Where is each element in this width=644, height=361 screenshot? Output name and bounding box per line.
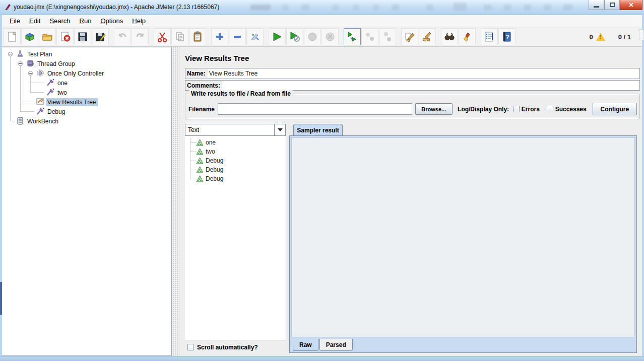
- new-button[interactable]: [4, 28, 21, 45]
- titlebar-artifact: [373, 5, 379, 10]
- paste-icon: [192, 31, 203, 42]
- result-item-label[interactable]: one: [204, 139, 216, 146]
- result-item-label[interactable]: Debug: [204, 175, 223, 182]
- window-frame-left-artifact: [0, 282, 2, 315]
- page-title: View Results Tree: [185, 54, 249, 62]
- search-reset-button[interactable]: [459, 28, 476, 45]
- expand-all-button[interactable]: [211, 28, 228, 45]
- result-item-label[interactable]: Debug: [204, 166, 223, 173]
- start-no-timers-button[interactable]: [286, 28, 303, 45]
- success-icon: [196, 175, 204, 183]
- sampler-result-content[interactable]: [291, 137, 635, 337]
- titlebar-artifact: [353, 5, 359, 10]
- start-button[interactable]: [269, 28, 286, 45]
- remote-start-all-button[interactable]: [344, 28, 361, 45]
- menu-edit[interactable]: Edit: [25, 16, 45, 26]
- binoculars-icon: [444, 31, 455, 42]
- new-file-icon: [7, 31, 18, 42]
- tree-item-label[interactable]: Debug: [46, 108, 67, 116]
- copy-icon: [174, 31, 185, 42]
- menu-options[interactable]: Options: [96, 16, 127, 26]
- menu-file[interactable]: File: [5, 16, 25, 26]
- remote-stop-all-button: [361, 28, 378, 45]
- toggle-icon: [249, 31, 261, 42]
- jmeter-window: youdao.jmx (E:\xingnengceshi\youdao.jmx)…: [0, 0, 644, 361]
- sampler-icon: [36, 107, 44, 115]
- toggle-button[interactable]: [246, 28, 264, 45]
- clear-button[interactable]: [401, 28, 418, 45]
- minimize-button[interactable]: [589, 0, 604, 10]
- save-button[interactable]: [74, 28, 91, 45]
- titlebar-artifact: [250, 5, 271, 10]
- result-item-label[interactable]: Debug: [204, 157, 223, 164]
- tree-item-label[interactable]: Thread Group: [36, 60, 77, 68]
- error-count: 0: [589, 33, 593, 41]
- copy-button[interactable]: [171, 28, 188, 45]
- maximize-icon: [610, 3, 615, 7]
- result-item[interactable]: Debug: [196, 156, 223, 165]
- scroll-automatically-label: Scroll automatically?: [197, 344, 258, 351]
- browse-button[interactable]: Browse...: [415, 103, 453, 115]
- configure-button[interactable]: Configure: [593, 103, 637, 115]
- function-helper-button[interactable]: [481, 28, 498, 45]
- titlebar-artifact: [544, 5, 551, 10]
- search-button[interactable]: [441, 28, 458, 45]
- expand-handle-icon[interactable]: [8, 52, 13, 56]
- titlebar-artifact: [563, 5, 572, 10]
- save-as-button[interactable]: [92, 28, 109, 45]
- close-button[interactable]: ✕: [620, 0, 642, 10]
- name-input[interactable]: [208, 69, 639, 78]
- tree-item-label[interactable]: WorkBench: [26, 117, 60, 125]
- tab-sampler-result[interactable]: Sampler result: [293, 124, 343, 136]
- warning-icon[interactable]: [596, 33, 605, 41]
- write-results-group: Write results to file / Read from file F…: [185, 94, 640, 119]
- result-item[interactable]: Debug: [196, 165, 223, 174]
- titlebar-artifact: [454, 3, 467, 11]
- clear-all-button[interactable]: [419, 28, 436, 45]
- start-icon: [272, 31, 283, 42]
- result-item[interactable]: one: [196, 138, 216, 147]
- result-item[interactable]: two: [196, 147, 215, 156]
- tree-item-label[interactable]: two: [56, 89, 69, 97]
- successes-checkbox[interactable]: [547, 106, 553, 112]
- shutdown-icon: [325, 31, 336, 42]
- combo-arrow-button[interactable]: [274, 124, 285, 135]
- help-button[interactable]: ?: [498, 28, 516, 45]
- templates-button[interactable]: [21, 28, 38, 45]
- paste-button[interactable]: [189, 28, 206, 45]
- comments-input[interactable]: [222, 81, 639, 90]
- tab-raw[interactable]: Raw: [293, 339, 318, 351]
- cut-icon: [157, 31, 168, 42]
- split-pane-divider[interactable]: [172, 47, 179, 356]
- expand-handle-icon[interactable]: [18, 61, 23, 66]
- workbench-icon: [16, 117, 24, 125]
- status-counters: 0 0 / 1: [589, 33, 642, 41]
- tree-item-label[interactable]: Once Only Controller: [46, 69, 105, 78]
- close-file-icon: [59, 31, 71, 42]
- maximize-button[interactable]: [604, 0, 620, 10]
- titlebar-artifact: [392, 5, 399, 10]
- menu-run[interactable]: Run: [75, 16, 96, 26]
- errors-checkbox[interactable]: [513, 106, 520, 112]
- tree-item-label[interactable]: one: [56, 79, 69, 87]
- cut-button[interactable]: [154, 28, 171, 45]
- filename-input[interactable]: [218, 103, 412, 115]
- open-button[interactable]: [39, 28, 56, 45]
- name-label: Name:: [185, 69, 208, 78]
- scroll-automatically-checkbox[interactable]: [187, 344, 194, 350]
- result-item-label[interactable]: two: [204, 148, 215, 155]
- success-icon: [196, 166, 204, 174]
- titlebar-artifact: [524, 5, 531, 10]
- tree-item-label[interactable]: View Results Tree: [46, 98, 98, 106]
- expand-handle-icon[interactable]: [28, 71, 33, 76]
- clear-icon: [404, 31, 415, 42]
- result-item[interactable]: Debug: [196, 174, 223, 183]
- tab-parsed[interactable]: Parsed: [319, 339, 353, 351]
- view-mode-select[interactable]: Text: [185, 124, 286, 136]
- titlebar-artifact: [504, 5, 511, 10]
- tree-item-label[interactable]: Test Plan: [26, 50, 53, 58]
- close-file-button[interactable]: [56, 28, 74, 45]
- menu-help[interactable]: Help: [127, 16, 150, 26]
- collapse-all-button[interactable]: [229, 28, 246, 45]
- menu-search[interactable]: Search: [45, 16, 75, 26]
